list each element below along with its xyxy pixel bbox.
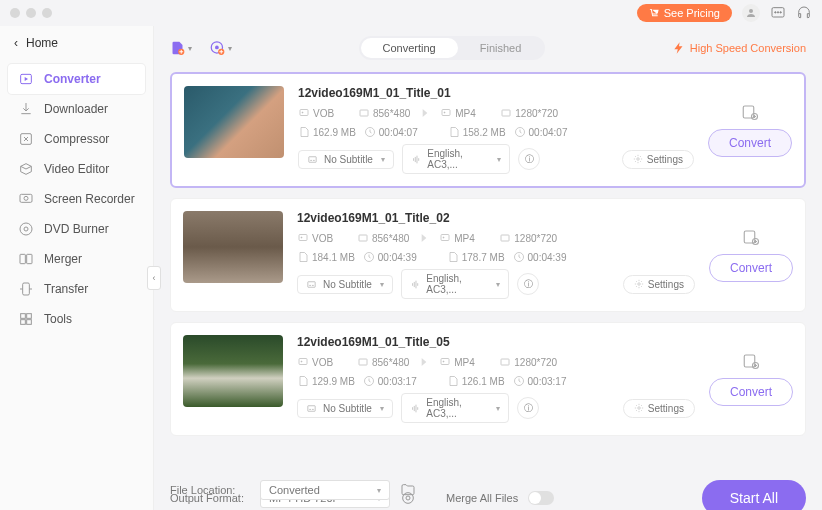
support-button[interactable] bbox=[796, 5, 812, 21]
sidebar-item-video-editor[interactable]: Video Editor bbox=[8, 154, 145, 184]
meta-item: 00:03:17 bbox=[363, 375, 417, 387]
collapse-sidebar-button[interactable]: ‹ bbox=[147, 266, 161, 290]
meta-item: MP4 bbox=[439, 232, 491, 244]
svg-rect-36 bbox=[359, 235, 367, 241]
convert-button[interactable]: Convert bbox=[709, 378, 793, 406]
sidebar-item-merger[interactable]: Merger bbox=[8, 244, 145, 274]
compressor-icon bbox=[18, 131, 34, 147]
sidebar-item-transfer[interactable]: Transfer bbox=[8, 274, 145, 304]
svg-rect-51 bbox=[501, 359, 509, 365]
sidebar-item-converter[interactable]: Converter bbox=[8, 64, 145, 94]
meta-item: 126.1 MB bbox=[447, 375, 505, 387]
svg-point-3 bbox=[777, 12, 778, 13]
svg-rect-34 bbox=[299, 235, 307, 241]
chevron-down-icon: ▾ bbox=[377, 486, 381, 495]
sidebar-item-label: Converter bbox=[44, 72, 101, 86]
subtitle-value: No Subtitle bbox=[323, 279, 372, 290]
svg-rect-32 bbox=[743, 106, 754, 118]
add-disc-button[interactable]: ▾ bbox=[210, 37, 232, 59]
svg-rect-54 bbox=[308, 405, 315, 411]
audio-select[interactable]: English, AC3,...▾ bbox=[401, 393, 509, 423]
sidebar-item-downloader[interactable]: Downloader bbox=[8, 94, 145, 124]
settings-button[interactable]: Settings bbox=[622, 150, 694, 169]
sidebar-item-compressor[interactable]: Compressor bbox=[8, 124, 145, 154]
meta-item: 1280*720 bbox=[499, 232, 557, 244]
tab-converting[interactable]: Converting bbox=[361, 38, 458, 58]
tab-finished[interactable]: Finished bbox=[458, 38, 544, 58]
meta-item: 129.9 MB bbox=[297, 375, 355, 387]
meta-item: MP4 bbox=[440, 107, 492, 119]
info-button[interactable]: ⓘ bbox=[518, 148, 540, 170]
audio-select[interactable]: English, AC3,...▾ bbox=[402, 144, 510, 174]
settings-button[interactable]: Settings bbox=[623, 399, 695, 418]
chevron-left-icon: ‹ bbox=[14, 36, 18, 50]
file-card[interactable]: 12video169M1_01_Title_01 VOB856*480 MP41… bbox=[170, 72, 806, 188]
see-pricing-button[interactable]: See Pricing bbox=[637, 4, 732, 22]
subtitle-select[interactable]: No Subtitle▾ bbox=[297, 275, 393, 294]
meta-item: 1280*720 bbox=[500, 107, 558, 119]
sidebar-item-tools[interactable]: Tools bbox=[8, 304, 145, 334]
subtitle-select[interactable]: No Subtitle▾ bbox=[298, 150, 394, 169]
meta-item: 1280*720 bbox=[499, 356, 557, 368]
subtitle-select[interactable]: No Subtitle▾ bbox=[297, 399, 393, 418]
chevron-down-icon: ▾ bbox=[228, 44, 232, 53]
arrow-right-icon bbox=[417, 231, 431, 245]
maximize-dot[interactable] bbox=[42, 8, 52, 18]
home-link[interactable]: ‹ Home bbox=[0, 26, 153, 60]
convert-button[interactable]: Convert bbox=[708, 129, 792, 157]
svg-point-35 bbox=[301, 237, 302, 238]
file-title: 12video169M1_01_Title_01 bbox=[298, 86, 694, 100]
sidebar-item-label: DVD Burner bbox=[44, 222, 109, 236]
video-thumbnail[interactable] bbox=[183, 211, 283, 283]
start-all-button[interactable]: Start All bbox=[702, 480, 806, 510]
meta-item: 856*480 bbox=[358, 107, 410, 119]
svg-point-26 bbox=[444, 112, 445, 113]
downloader-icon bbox=[18, 101, 34, 117]
subtitle-value: No Subtitle bbox=[323, 403, 372, 414]
info-button[interactable]: ⓘ bbox=[517, 273, 539, 295]
open-folder-icon[interactable] bbox=[400, 482, 416, 498]
svg-rect-13 bbox=[23, 283, 30, 295]
settings-button[interactable]: Settings bbox=[623, 275, 695, 294]
sidebar: ‹ Home ConverterDownloaderCompressorVide… bbox=[0, 26, 154, 510]
sidebar-item-screen-recorder[interactable]: Screen Recorder bbox=[8, 184, 145, 214]
meta-item: 00:04:07 bbox=[514, 126, 568, 138]
audio-value: English, AC3,... bbox=[426, 273, 490, 295]
svg-rect-42 bbox=[308, 281, 315, 287]
high-speed-badge[interactable]: High Speed Conversion bbox=[672, 41, 806, 55]
convert-button[interactable]: Convert bbox=[709, 254, 793, 282]
sidebar-item-label: Transfer bbox=[44, 282, 88, 296]
file-card[interactable]: 12video169M1_01_Title_05 VOB856*480 MP41… bbox=[170, 322, 806, 436]
add-file-button[interactable]: ▾ bbox=[170, 37, 192, 59]
meta-item: 00:03:17 bbox=[513, 375, 567, 387]
video-thumbnail[interactable] bbox=[183, 335, 283, 407]
merge-toggle[interactable] bbox=[528, 491, 554, 505]
svg-rect-46 bbox=[299, 359, 307, 365]
svg-rect-25 bbox=[442, 110, 450, 116]
file-card[interactable]: 12video169M1_01_Title_02 VOB856*480 MP41… bbox=[170, 198, 806, 312]
svg-rect-11 bbox=[20, 254, 25, 263]
audio-select[interactable]: English, AC3,...▾ bbox=[401, 269, 509, 299]
svg-rect-37 bbox=[441, 235, 449, 241]
arrow-right-icon bbox=[417, 355, 431, 369]
close-dot[interactable] bbox=[10, 8, 20, 18]
feedback-button[interactable] bbox=[770, 5, 786, 21]
video-thumbnail[interactable] bbox=[184, 86, 284, 158]
output-profile-icon[interactable] bbox=[742, 352, 760, 370]
svg-rect-24 bbox=[360, 110, 368, 116]
svg-point-8 bbox=[24, 196, 28, 200]
svg-point-31 bbox=[637, 158, 640, 161]
sidebar-item-label: Merger bbox=[44, 252, 82, 266]
chat-icon bbox=[770, 5, 786, 21]
window-controls[interactable] bbox=[10, 8, 52, 18]
meta-item: 162.9 MB bbox=[298, 126, 356, 138]
lightning-icon bbox=[672, 41, 686, 55]
info-button[interactable]: ⓘ bbox=[517, 397, 539, 419]
minimize-dot[interactable] bbox=[26, 8, 36, 18]
output-profile-icon[interactable] bbox=[742, 228, 760, 246]
sidebar-item-dvd-burner[interactable]: DVD Burner bbox=[8, 214, 145, 244]
svg-point-38 bbox=[443, 237, 444, 238]
file-location-select[interactable]: Converted ▾ bbox=[260, 480, 390, 500]
output-profile-icon[interactable] bbox=[741, 103, 759, 121]
user-avatar[interactable] bbox=[742, 4, 760, 22]
